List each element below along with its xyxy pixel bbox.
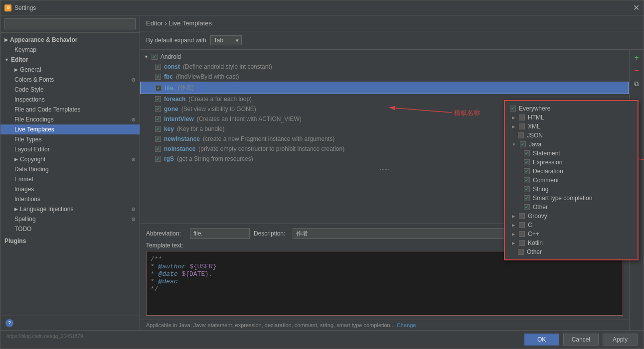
popup-label-groovy: Groovy	[528, 213, 547, 220]
popup-checkbox-java[interactable]	[520, 141, 526, 147]
item-checkbox-file[interactable]	[156, 85, 161, 91]
template-group-header-android[interactable]: ▼ Android	[140, 52, 629, 62]
close-button[interactable]: ✕	[633, 3, 640, 12]
popup-checkbox-smart-type[interactable]	[524, 195, 530, 201]
sidebar-item-label: Data Binding	[14, 166, 49, 173]
popup-item-other-java[interactable]: Other	[505, 203, 638, 212]
popup-checkbox-statement[interactable]	[524, 150, 530, 156]
add-button[interactable]: +	[631, 52, 643, 64]
sidebar-item-appearance[interactable]: ▶ Appearance & Behavior	[0, 35, 140, 45]
popup-item-other[interactable]: Other	[505, 247, 638, 256]
popup-checkbox-other[interactable]	[518, 249, 524, 255]
sidebar-item-editor[interactable]: ▼ Editor	[0, 55, 140, 65]
sidebar-item-plugins[interactable]: Plugins	[0, 236, 140, 246]
popup-label-smart-type: Smart type completion	[533, 195, 592, 202]
sidebar-item-file-encodings[interactable]: File Encodings ⚙	[0, 115, 140, 124]
popup-checkbox-xml[interactable]	[519, 123, 525, 129]
item-checkbox-newinstance[interactable]	[155, 136, 161, 142]
code-line-5: */	[151, 285, 619, 293]
sidebar-item-file-types[interactable]: File Types	[0, 134, 140, 144]
copy-button[interactable]: ⧉	[631, 78, 643, 90]
abbreviation-input[interactable]	[190, 228, 250, 239]
item-checkbox-noinstance[interactable]	[155, 146, 161, 152]
ok-button[interactable]: OK	[524, 334, 559, 346]
sidebar-item-spelling[interactable]: Spelling ⚙	[0, 214, 140, 224]
popup-checkbox-groovy[interactable]	[519, 213, 525, 219]
popup-item-declaration[interactable]: Declaration	[505, 167, 638, 176]
sidebar-item-emmet[interactable]: Emmet	[0, 174, 140, 184]
apply-button[interactable]: Apply	[603, 334, 638, 346]
popup-item-kotlin[interactable]: ▶ Kotlin	[505, 238, 638, 247]
popup-checkbox-html[interactable]	[519, 115, 525, 120]
sidebar-item-intentions[interactable]: Intentions	[0, 194, 140, 204]
sidebar-item-images[interactable]: Images	[0, 184, 140, 194]
template-item-file[interactable]: file. (作者)	[140, 82, 629, 94]
popup-item-json[interactable]: JSON	[505, 131, 638, 140]
popup-checkbox-kotlin[interactable]	[519, 240, 525, 246]
popup-item-html[interactable]: ▶ HTML	[505, 113, 638, 122]
popup-label-other-java: Other	[533, 204, 548, 211]
popup-checkbox-json[interactable]	[518, 132, 524, 138]
title-bar-left: ⚙ Settings	[4, 4, 36, 11]
cancel-button[interactable]: Cancel	[563, 334, 599, 346]
group-checkbox-android[interactable]	[152, 54, 158, 60]
search-input[interactable]	[4, 18, 136, 29]
item-checkbox-fbc[interactable]	[155, 74, 161, 80]
window-title: Settings	[14, 4, 36, 11]
popup-item-string[interactable]: String	[505, 185, 638, 194]
item-checkbox-intentview[interactable]	[155, 116, 161, 122]
popup-item-comment[interactable]: Comment	[505, 176, 638, 185]
item-checkbox-key[interactable]	[155, 126, 161, 132]
item-checkbox-gone[interactable]	[155, 106, 161, 112]
popup-checkbox-everywhere[interactable]	[510, 106, 516, 112]
help-button[interactable]: ?	[5, 319, 13, 327]
popup-checkbox-expression[interactable]	[524, 159, 530, 165]
applicable-change-link[interactable]: Change	[397, 322, 416, 328]
template-editor[interactable]: /** * @author ${USER} * @date ${DATE}. *…	[146, 251, 623, 316]
item-checkbox-const[interactable]	[155, 64, 161, 70]
popup-item-c[interactable]: ▶ C	[505, 221, 638, 230]
item-checkbox-rgs[interactable]	[155, 156, 161, 162]
popup-item-statement[interactable]: Statement	[505, 149, 638, 158]
main-content: ▶ Appearance & Behavior Keymap ▼ Editor …	[0, 15, 644, 330]
sidebar-item-language-injections[interactable]: ▶ Language Injections ⚙	[0, 204, 140, 214]
popup-checkbox-cpp[interactable]	[519, 231, 525, 237]
popup-item-cpp[interactable]: ▶ C++	[505, 230, 638, 238]
sidebar-item-layout-editor[interactable]: Layout Editor	[0, 144, 140, 154]
sidebar-item-label: File and Code Templates	[14, 106, 81, 113]
sidebar-item-keymap[interactable]: Keymap	[0, 45, 140, 55]
popup-label-c: C	[528, 222, 532, 229]
expand-select-wrapper: Tab Enter Space ▼	[210, 35, 242, 45]
popup-checkbox-other-java[interactable]	[524, 204, 530, 210]
popup-checkbox-comment[interactable]	[524, 177, 530, 183]
popup-checkbox-declaration[interactable]	[524, 168, 530, 174]
popup-checkbox-string[interactable]	[524, 186, 530, 192]
popup-item-xml[interactable]: ▶ XML	[505, 122, 638, 131]
settings-window: ⚙ Settings ✕ ▶ Appearance & Behavior Key…	[0, 0, 644, 349]
popup-item-expression[interactable]: Expression	[505, 158, 638, 167]
template-item-const[interactable]: const (Define android style int constant…	[140, 62, 629, 72]
sidebar-item-live-templates[interactable]: Live Templates	[0, 124, 140, 134]
sidebar-item-colors-fonts[interactable]: Colors & Fonts ⚙	[0, 75, 140, 85]
remove-button[interactable]: −	[631, 65, 643, 77]
sidebar-item-todo[interactable]: TODO	[0, 224, 140, 234]
main-panel: Editor › Live Templates By default expan…	[140, 15, 644, 330]
sidebar-item-data-binding[interactable]: Data Binding	[0, 164, 140, 174]
popup-item-everywhere[interactable]: Everywhere	[505, 104, 638, 113]
template-item-fbc[interactable]: fbc (findViewByld with cast)	[140, 72, 629, 82]
expand-select[interactable]: Tab Enter Space	[210, 35, 242, 45]
item-abbr-const: const	[164, 63, 180, 70]
popup-item-groovy[interactable]: ▶ Groovy	[505, 212, 638, 221]
popup-checkbox-c[interactable]	[519, 222, 525, 228]
item-desc-fbc: (findViewByld with cast)	[176, 73, 239, 80]
sidebar-item-general[interactable]: ▶ General	[0, 65, 140, 75]
sidebar-item-label: Plugins	[4, 237, 26, 244]
abbreviation-label: Abbreviation:	[146, 230, 186, 237]
popup-item-smart-type[interactable]: Smart type completion	[505, 194, 638, 203]
sidebar-item-copyright[interactable]: ▶ Copyright ⚙	[0, 154, 140, 164]
item-checkbox-foreach[interactable]	[155, 96, 161, 102]
sidebar-item-file-code-templates[interactable]: File and Code Templates	[0, 105, 140, 115]
sidebar-item-inspections[interactable]: Inspections	[0, 95, 140, 105]
sidebar-item-code-style[interactable]: Code Style	[0, 85, 140, 95]
popup-item-java[interactable]: ▼ Java	[505, 140, 638, 149]
